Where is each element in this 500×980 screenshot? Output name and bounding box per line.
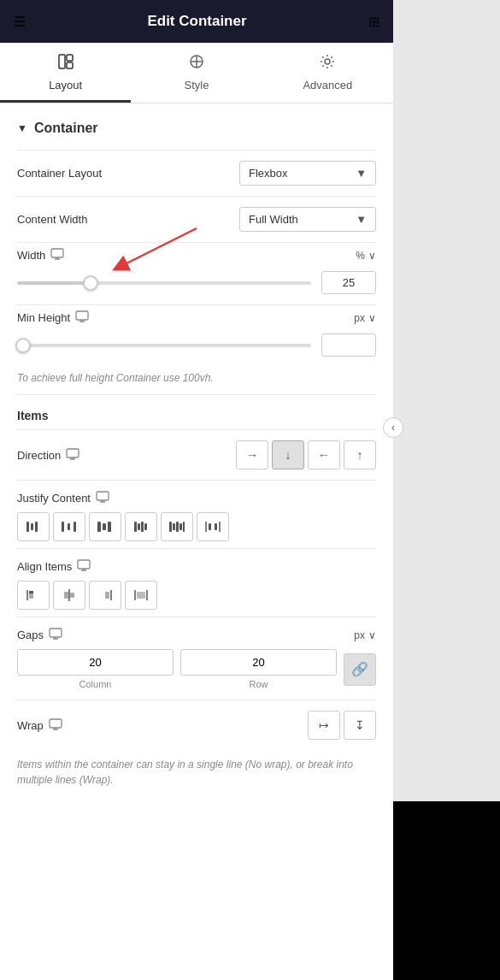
- wrap-btn[interactable]: ↧: [344, 711, 376, 740]
- align-monitor-icon: [77, 559, 91, 574]
- svg-rect-42: [137, 592, 145, 599]
- container-layout-label: Container Layout: [17, 167, 102, 180]
- section-collapse-arrow[interactable]: ▼: [17, 122, 27, 134]
- width-input[interactable]: [321, 271, 376, 294]
- min-height-unit-control[interactable]: px ∨: [354, 312, 376, 324]
- tab-advanced[interactable]: Advanced: [262, 43, 393, 103]
- align-start-btn[interactable]: [17, 581, 50, 610]
- items-section-heading: Items: [17, 394, 376, 429]
- gap-link-btn[interactable]: 🔗: [344, 653, 376, 686]
- svg-rect-37: [70, 593, 74, 598]
- nowrap-btn[interactable]: ↦: [308, 711, 340, 740]
- column-gap-input[interactable]: [17, 649, 174, 676]
- container-layout-value: Flexbox: [249, 167, 288, 180]
- width-unit-control[interactable]: % ∨: [356, 250, 376, 262]
- grid-icon[interactable]: ⊞: [368, 14, 379, 30]
- justify-content-row: Justify Content: [17, 480, 376, 548]
- svg-rect-23: [173, 523, 175, 530]
- row-gap-field: Row: [180, 649, 337, 689]
- align-stretch-btn[interactable]: [125, 581, 157, 610]
- svg-rect-31: [78, 560, 90, 569]
- justify-btn-3[interactable]: [89, 512, 121, 541]
- content-width-dropdown-arrow-icon: ▼: [356, 213, 367, 226]
- min-height-slider-track[interactable]: [17, 344, 311, 347]
- svg-rect-39: [105, 592, 109, 599]
- min-height-slider-thumb[interactable]: [15, 338, 31, 353]
- svg-rect-43: [50, 629, 62, 637]
- svg-rect-16: [103, 523, 106, 530]
- svg-rect-7: [67, 449, 79, 458]
- justify-btn-6[interactable]: [197, 512, 229, 541]
- justify-content-label-text: Justify Content: [17, 492, 91, 505]
- svg-rect-11: [35, 522, 38, 532]
- width-slider-thumb[interactable]: [83, 275, 98, 291]
- min-height-hint: To achieve full height Container use 100…: [17, 367, 376, 394]
- wrap-row: Wrap ↦ ↧: [17, 700, 376, 750]
- tab-layout-label: Layout: [49, 79, 82, 92]
- container-layout-row: Container Layout Flexbox ▼: [17, 150, 376, 196]
- content-width-value: Full Width: [249, 213, 298, 226]
- min-height-input[interactable]: [321, 334, 376, 357]
- justify-monitor-icon: [96, 491, 109, 505]
- align-items-label-text: Align Items: [17, 560, 72, 573]
- gaps-unit-label: px: [354, 629, 365, 641]
- tab-style[interactable]: Style: [131, 43, 262, 103]
- min-height-slider-row: Min Height px ∨: [17, 304, 376, 367]
- wrap-label: Wrap: [17, 718, 62, 733]
- tab-bar: Layout Style: [0, 43, 393, 103]
- column-gap-label: Column: [17, 679, 174, 689]
- content-width-row: Content Width Full Width ▼: [17, 196, 376, 242]
- container-layout-dropdown[interactable]: Flexbox ▼: [239, 161, 376, 186]
- wrap-monitor-icon: [49, 718, 62, 733]
- align-center-btn[interactable]: [53, 581, 85, 610]
- direction-label-text: Direction: [17, 449, 61, 462]
- width-unit-chevron: ∨: [368, 250, 376, 262]
- svg-rect-6: [76, 311, 88, 320]
- width-slider-row: Width % ∨: [17, 242, 376, 304]
- hamburger-icon[interactable]: ☰: [14, 14, 26, 30]
- svg-rect-22: [169, 522, 172, 532]
- panel-content: ▼ Container Container Layout Flexbox ▼ C…: [0, 103, 393, 980]
- width-slider-track[interactable]: [17, 281, 311, 285]
- justify-btn-4[interactable]: [125, 512, 157, 541]
- direction-left-btn[interactable]: ←: [308, 440, 340, 469]
- container-section-heading: ▼ Container: [17, 103, 376, 150]
- gap-inputs-container: Column Row 🔗: [17, 649, 376, 689]
- justify-content-btn-group: [17, 512, 229, 541]
- header-title: Edit Container: [147, 13, 246, 30]
- width-slider-fill: [17, 281, 91, 285]
- gaps-unit-chevron: ∨: [368, 629, 376, 641]
- svg-rect-0: [59, 55, 65, 68]
- collapse-sidebar-btn[interactable]: ‹: [383, 417, 403, 438]
- justify-btn-1[interactable]: [17, 512, 50, 541]
- column-gap-field: Column: [17, 649, 174, 689]
- direction-row: Direction → ↓ ← ↑: [17, 429, 376, 480]
- tab-layout[interactable]: Layout: [0, 43, 131, 103]
- tab-style-label: Style: [185, 79, 209, 92]
- svg-rect-5: [51, 249, 63, 257]
- svg-rect-8: [97, 492, 109, 500]
- width-slider-container: [17, 271, 376, 294]
- direction-right-btn[interactable]: →: [236, 440, 268, 469]
- container-heading-label: Container: [34, 121, 98, 136]
- direction-up-btn[interactable]: ↑: [344, 440, 376, 469]
- wrap-hint: Items within the container can stay in a…: [17, 750, 376, 788]
- svg-rect-24: [176, 522, 179, 532]
- min-height-unit-chevron: ∨: [368, 312, 376, 324]
- gaps-unit-control[interactable]: px ∨: [354, 629, 376, 641]
- row-gap-input[interactable]: [180, 649, 337, 676]
- min-height-label: Min Height: [17, 310, 89, 325]
- svg-rect-19: [138, 523, 140, 530]
- direction-monitor-icon: [66, 448, 79, 463]
- svg-rect-17: [108, 522, 111, 532]
- min-height-label-text: Min Height: [17, 311, 70, 324]
- justify-btn-5[interactable]: [161, 512, 193, 541]
- gaps-label: Gaps: [17, 628, 62, 642]
- align-end-btn[interactable]: [89, 581, 121, 610]
- gaps-monitor-icon: [49, 628, 62, 642]
- min-height-monitor-icon: [75, 310, 89, 325]
- justify-btn-2[interactable]: [53, 512, 85, 541]
- content-width-label: Content Width: [17, 213, 87, 226]
- direction-down-btn[interactable]: ↓: [272, 440, 304, 469]
- content-width-dropdown[interactable]: Full Width ▼: [239, 207, 376, 232]
